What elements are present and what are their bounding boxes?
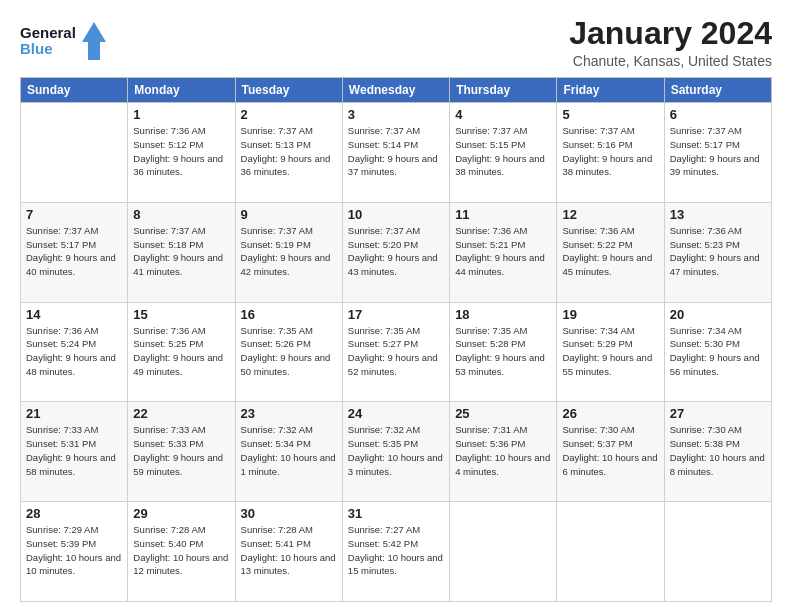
day-info: Sunrise: 7:32 AMSunset: 5:34 PMDaylight:… (241, 423, 337, 478)
day-info: Sunrise: 7:37 AMSunset: 5:16 PMDaylight:… (562, 124, 658, 179)
week-row-2: 7Sunrise: 7:37 AMSunset: 5:17 PMDaylight… (21, 202, 772, 302)
day-number: 28 (26, 506, 122, 521)
day-cell: 7Sunrise: 7:37 AMSunset: 5:17 PMDaylight… (21, 202, 128, 302)
day-info: Sunrise: 7:34 AMSunset: 5:29 PMDaylight:… (562, 324, 658, 379)
day-cell: 10Sunrise: 7:37 AMSunset: 5:20 PMDayligh… (342, 202, 449, 302)
day-cell: 14Sunrise: 7:36 AMSunset: 5:24 PMDayligh… (21, 302, 128, 402)
day-cell (450, 502, 557, 602)
day-info: Sunrise: 7:37 AMSunset: 5:15 PMDaylight:… (455, 124, 551, 179)
day-info: Sunrise: 7:37 AMSunset: 5:20 PMDaylight:… (348, 224, 444, 279)
day-info: Sunrise: 7:33 AMSunset: 5:31 PMDaylight:… (26, 423, 122, 478)
day-info: Sunrise: 7:28 AMSunset: 5:41 PMDaylight:… (241, 523, 337, 578)
day-info: Sunrise: 7:36 AMSunset: 5:21 PMDaylight:… (455, 224, 551, 279)
day-info: Sunrise: 7:37 AMSunset: 5:17 PMDaylight:… (26, 224, 122, 279)
day-number: 1 (133, 107, 229, 122)
day-cell: 21Sunrise: 7:33 AMSunset: 5:31 PMDayligh… (21, 402, 128, 502)
col-friday: Friday (557, 78, 664, 103)
day-number: 21 (26, 406, 122, 421)
day-info: Sunrise: 7:30 AMSunset: 5:37 PMDaylight:… (562, 423, 658, 478)
page: General Blue January 2024 Chanute, Kansa… (0, 0, 792, 612)
day-info: Sunrise: 7:28 AMSunset: 5:40 PMDaylight:… (133, 523, 229, 578)
day-number: 29 (133, 506, 229, 521)
day-cell: 27Sunrise: 7:30 AMSunset: 5:38 PMDayligh… (664, 402, 771, 502)
week-row-4: 21Sunrise: 7:33 AMSunset: 5:31 PMDayligh… (21, 402, 772, 502)
day-number: 26 (562, 406, 658, 421)
day-info: Sunrise: 7:30 AMSunset: 5:38 PMDaylight:… (670, 423, 766, 478)
week-row-5: 28Sunrise: 7:29 AMSunset: 5:39 PMDayligh… (21, 502, 772, 602)
day-number: 12 (562, 207, 658, 222)
calendar-table: Sunday Monday Tuesday Wednesday Thursday… (20, 77, 772, 602)
day-number: 15 (133, 307, 229, 322)
day-cell: 25Sunrise: 7:31 AMSunset: 5:36 PMDayligh… (450, 402, 557, 502)
day-number: 11 (455, 207, 551, 222)
day-cell (664, 502, 771, 602)
day-cell: 12Sunrise: 7:36 AMSunset: 5:22 PMDayligh… (557, 202, 664, 302)
day-info: Sunrise: 7:34 AMSunset: 5:30 PMDaylight:… (670, 324, 766, 379)
day-info: Sunrise: 7:35 AMSunset: 5:28 PMDaylight:… (455, 324, 551, 379)
day-number: 16 (241, 307, 337, 322)
week-row-3: 14Sunrise: 7:36 AMSunset: 5:24 PMDayligh… (21, 302, 772, 402)
header-row: Sunday Monday Tuesday Wednesday Thursday… (21, 78, 772, 103)
logo-wordmark: General Blue (20, 20, 110, 66)
day-cell: 22Sunrise: 7:33 AMSunset: 5:33 PMDayligh… (128, 402, 235, 502)
day-info: Sunrise: 7:36 AMSunset: 5:23 PMDaylight:… (670, 224, 766, 279)
day-info: Sunrise: 7:37 AMSunset: 5:13 PMDaylight:… (241, 124, 337, 179)
day-info: Sunrise: 7:36 AMSunset: 5:12 PMDaylight:… (133, 124, 229, 179)
day-cell: 19Sunrise: 7:34 AMSunset: 5:29 PMDayligh… (557, 302, 664, 402)
day-cell (557, 502, 664, 602)
day-info: Sunrise: 7:37 AMSunset: 5:17 PMDaylight:… (670, 124, 766, 179)
day-number: 10 (348, 207, 444, 222)
day-cell: 23Sunrise: 7:32 AMSunset: 5:34 PMDayligh… (235, 402, 342, 502)
day-info: Sunrise: 7:37 AMSunset: 5:19 PMDaylight:… (241, 224, 337, 279)
day-info: Sunrise: 7:29 AMSunset: 5:39 PMDaylight:… (26, 523, 122, 578)
week-row-1: 1Sunrise: 7:36 AMSunset: 5:12 PMDaylight… (21, 103, 772, 203)
day-number: 4 (455, 107, 551, 122)
day-number: 5 (562, 107, 658, 122)
day-cell: 30Sunrise: 7:28 AMSunset: 5:41 PMDayligh… (235, 502, 342, 602)
day-cell: 18Sunrise: 7:35 AMSunset: 5:28 PMDayligh… (450, 302, 557, 402)
day-number: 20 (670, 307, 766, 322)
day-number: 6 (670, 107, 766, 122)
day-number: 22 (133, 406, 229, 421)
day-info: Sunrise: 7:36 AMSunset: 5:22 PMDaylight:… (562, 224, 658, 279)
svg-marker-2 (82, 22, 106, 60)
svg-text:General: General (20, 24, 76, 41)
location: Chanute, Kansas, United States (569, 53, 772, 69)
day-cell: 26Sunrise: 7:30 AMSunset: 5:37 PMDayligh… (557, 402, 664, 502)
col-wednesday: Wednesday (342, 78, 449, 103)
day-info: Sunrise: 7:31 AMSunset: 5:36 PMDaylight:… (455, 423, 551, 478)
day-number: 7 (26, 207, 122, 222)
logo-svg: General Blue (20, 20, 110, 62)
day-info: Sunrise: 7:36 AMSunset: 5:25 PMDaylight:… (133, 324, 229, 379)
day-number: 14 (26, 307, 122, 322)
day-cell: 31Sunrise: 7:27 AMSunset: 5:42 PMDayligh… (342, 502, 449, 602)
day-cell: 4Sunrise: 7:37 AMSunset: 5:15 PMDaylight… (450, 103, 557, 203)
day-number: 13 (670, 207, 766, 222)
day-cell: 16Sunrise: 7:35 AMSunset: 5:26 PMDayligh… (235, 302, 342, 402)
day-number: 2 (241, 107, 337, 122)
day-cell: 15Sunrise: 7:36 AMSunset: 5:25 PMDayligh… (128, 302, 235, 402)
day-cell: 11Sunrise: 7:36 AMSunset: 5:21 PMDayligh… (450, 202, 557, 302)
day-info: Sunrise: 7:37 AMSunset: 5:18 PMDaylight:… (133, 224, 229, 279)
day-cell: 2Sunrise: 7:37 AMSunset: 5:13 PMDaylight… (235, 103, 342, 203)
day-number: 3 (348, 107, 444, 122)
day-number: 25 (455, 406, 551, 421)
day-info: Sunrise: 7:32 AMSunset: 5:35 PMDaylight:… (348, 423, 444, 478)
day-number: 17 (348, 307, 444, 322)
svg-text:Blue: Blue (20, 40, 53, 57)
day-number: 9 (241, 207, 337, 222)
day-cell: 6Sunrise: 7:37 AMSunset: 5:17 PMDaylight… (664, 103, 771, 203)
month-title: January 2024 (569, 16, 772, 51)
day-number: 31 (348, 506, 444, 521)
day-cell (21, 103, 128, 203)
day-cell: 3Sunrise: 7:37 AMSunset: 5:14 PMDaylight… (342, 103, 449, 203)
col-sunday: Sunday (21, 78, 128, 103)
day-cell: 8Sunrise: 7:37 AMSunset: 5:18 PMDaylight… (128, 202, 235, 302)
logo: General Blue (20, 20, 110, 66)
day-number: 27 (670, 406, 766, 421)
day-cell: 9Sunrise: 7:37 AMSunset: 5:19 PMDaylight… (235, 202, 342, 302)
day-number: 24 (348, 406, 444, 421)
day-info: Sunrise: 7:37 AMSunset: 5:14 PMDaylight:… (348, 124, 444, 179)
day-info: Sunrise: 7:36 AMSunset: 5:24 PMDaylight:… (26, 324, 122, 379)
col-saturday: Saturday (664, 78, 771, 103)
